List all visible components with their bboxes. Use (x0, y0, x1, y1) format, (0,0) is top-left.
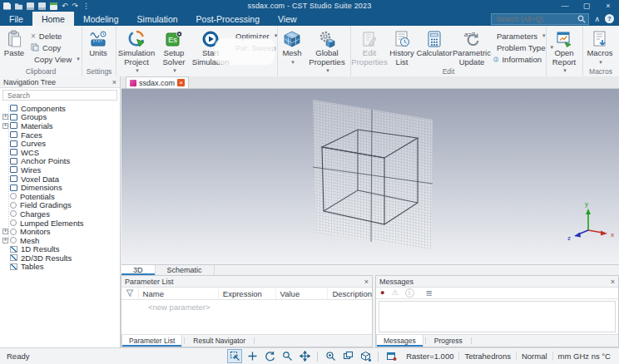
redo-icon[interactable]: ↷ (72, 2, 79, 10)
par-sweep-button[interactable]: Par. Sweep (230, 42, 276, 53)
nav-tree-search-input[interactable] (6, 91, 114, 101)
isometric-view-icon[interactable] (358, 349, 373, 363)
mesh-button[interactable]: Mesh▾ (278, 27, 306, 66)
tree-item-dimensions[interactable]: Dimensions (0, 183, 120, 192)
bottom-tab-messages[interactable]: Messages (376, 335, 423, 347)
status-field-tetrahedrons[interactable]: Tetrahedrons (458, 352, 515, 361)
zoom-select-tool-icon[interactable] (227, 349, 242, 363)
viewport-tab-schematic[interactable]: Schematic (156, 265, 215, 275)
help-icon[interactable]: ? (605, 14, 614, 23)
status-field-mm-ghz-ns-c[interactable]: mm GHz ns °C (552, 352, 616, 361)
tree-item-voxel-data[interactable]: Voxel Data (0, 175, 120, 184)
rotate-tool-icon[interactable] (262, 349, 277, 363)
tree-item-faces[interactable]: Faces (0, 130, 120, 140)
export-icon[interactable] (50, 2, 57, 10)
ribbon-search[interactable] (491, 13, 589, 25)
tree-item-tables[interactable]: Tables (0, 263, 120, 272)
tree-item-anchor-points[interactable]: Anchor Points (0, 157, 120, 166)
maximize-button[interactable]: ▢ (576, 0, 597, 12)
expander-icon[interactable]: + (2, 229, 8, 234)
zoom-lasso-tool-icon[interactable] (280, 349, 295, 363)
messages-body[interactable] (379, 301, 616, 332)
ribbon-tab-simulation[interactable]: Simulation (128, 12, 187, 26)
open-report-button[interactable]: Open Report▾ (547, 27, 582, 76)
raster-settings-icon[interactable] (384, 349, 399, 363)
close-button[interactable]: × (597, 0, 619, 12)
tree-item-1d-results[interactable]: 1D Results (0, 245, 120, 254)
info-filter-icon[interactable]: i (405, 288, 414, 298)
bottom-tab-parameter-list[interactable]: Parameter List (121, 335, 182, 347)
units-button[interactable]: Units (82, 27, 114, 58)
tree-item-monitors[interactable]: +Monitors (0, 227, 120, 236)
copy-button[interactable]: Copy (28, 42, 80, 53)
zoom-fit-icon[interactable] (323, 349, 338, 363)
minimize-button[interactable]: — (554, 0, 576, 12)
errors-filter-icon[interactable]: ● (380, 289, 384, 297)
ribbon-tab-post-processing[interactable]: Post-Processing (187, 12, 269, 26)
tree-item-field-gradings[interactable]: Field Gradings (0, 201, 120, 210)
tree-item-wires[interactable]: Wires (0, 165, 120, 175)
macros-button[interactable]: Macros▾ (583, 27, 617, 66)
calculator-button[interactable]: Calculator (416, 27, 453, 58)
nav-tree-close-icon[interactable]: × (112, 78, 116, 86)
history-list-button[interactable]: History List (388, 27, 416, 66)
save-all-icon[interactable] (38, 2, 46, 10)
previous-view-icon[interactable] (340, 349, 355, 363)
start-simulation-button[interactable]: Start Simulation (191, 27, 230, 66)
parametric-update-button[interactable]: a=? Parametric Update (453, 27, 491, 66)
tree-item-wcs[interactable]: WCS (0, 148, 120, 157)
pan-tool-icon[interactable] (297, 349, 312, 363)
information-button[interactable]: Information (491, 53, 544, 65)
tree-item-mesh[interactable]: +Mesh (0, 236, 120, 245)
tree-item-groups[interactable]: +Groups (0, 113, 120, 122)
ribbon-tab-home[interactable]: Home (32, 12, 74, 26)
viewport-tab-3d[interactable]: 3D (121, 265, 156, 275)
copy-view-button[interactable]: Copy View ▾ (28, 53, 80, 65)
search-input[interactable] (494, 14, 577, 24)
tree-item-lumped-elements[interactable]: Lumped Elements (0, 219, 120, 228)
expander-icon[interactable]: + (2, 238, 8, 243)
ribbon-tab-modeling[interactable]: Modeling (74, 12, 128, 26)
nav-tree-search[interactable] (2, 90, 117, 101)
status-field-normal[interactable]: Normal (516, 352, 552, 361)
messages-close-icon[interactable]: × (611, 278, 615, 286)
delete-button[interactable]: × Delete (28, 30, 80, 42)
param-table-body[interactable]: <new parameter> (121, 300, 372, 334)
status-field-raster-1-000[interactable]: Raster=1.000 (401, 352, 458, 361)
tree-item-materials[interactable]: +Materials (0, 121, 120, 130)
simulation-project-button[interactable]: Simulation Project▾ (116, 27, 156, 76)
param-column-description[interactable]: Description (327, 288, 372, 299)
warnings-filter-icon[interactable]: ⚠ (391, 289, 398, 297)
tree-item-curves[interactable]: Curves (0, 139, 120, 148)
document-tab[interactable]: ssdax.com × (126, 76, 189, 88)
new-file-icon[interactable] (3, 2, 11, 10)
setup-solver-button[interactable]: Es Setup Solver▾ (156, 27, 191, 76)
tree-item-potentials[interactable]: Potentials (0, 192, 120, 201)
expander-icon[interactable]: + (2, 114, 8, 120)
param-column-expression[interactable]: Expression (218, 288, 275, 299)
problem-type-button[interactable]: Problem Type ▾ (491, 42, 544, 53)
parameters-button[interactable]: Parameters ▾ (491, 30, 544, 42)
parameter-list-close-icon[interactable]: × (364, 278, 369, 286)
edit-properties-button[interactable]: Edit Properties (351, 27, 388, 66)
expander-icon[interactable]: + (2, 123, 8, 129)
tree-item-charges[interactable]: Charges (0, 209, 120, 219)
qat-more-icon[interactable]: ⋮ (82, 2, 90, 10)
paste-button[interactable]: Paste (0, 27, 28, 58)
save-icon[interactable] (27, 2, 34, 10)
bottom-tab-progress[interactable]: Progress (428, 335, 469, 347)
ribbon-tab-view[interactable]: View (269, 12, 306, 26)
undo-icon[interactable]: ↶ (62, 2, 68, 10)
filter-funnel-icon[interactable] (126, 289, 134, 298)
collapse-ribbon-icon[interactable]: ∧ (594, 15, 600, 23)
document-tab-close-icon[interactable]: × (177, 79, 185, 86)
open-file-icon[interactable] (15, 2, 22, 10)
ribbon-tab-file[interactable]: File (0, 12, 32, 26)
message-options-icon[interactable]: ≣ (426, 289, 433, 297)
global-properties-button[interactable]: Global Properties▾ (306, 27, 348, 76)
param-column-name[interactable]: Name (138, 288, 218, 299)
new-parameter-row[interactable]: <new parameter> (121, 300, 372, 312)
move-tool-icon[interactable] (245, 349, 260, 363)
tree-item-components[interactable]: Components (0, 104, 120, 113)
param-column-value[interactable]: Value (275, 288, 328, 299)
